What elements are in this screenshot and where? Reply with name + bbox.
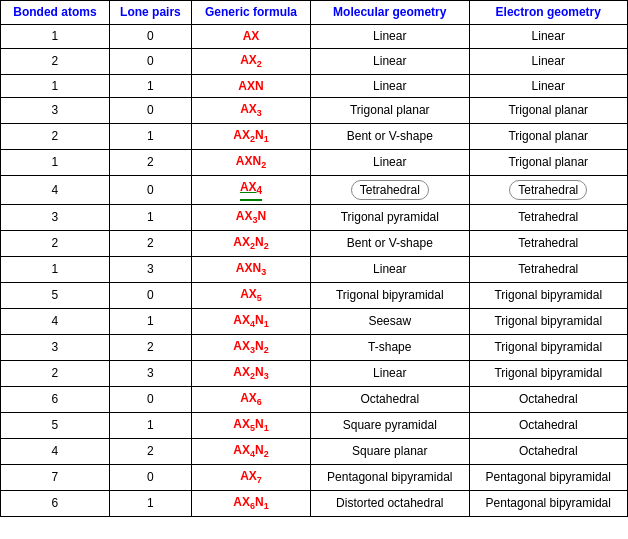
cell-formula: AX7	[191, 464, 310, 490]
header-electron-geometry: Electron geometry	[469, 1, 627, 25]
cell-molecular-geometry: Linear	[311, 256, 469, 282]
header-generic-formula: Generic formula	[191, 1, 310, 25]
cell-formula: AX4N2	[191, 438, 310, 464]
cell-electron-geometry: Linear	[469, 74, 627, 98]
cell-electron-geometry: Tetrahedral	[469, 256, 627, 282]
table-row: 70AX7Pentagonal bipyramidalPentagonal bi…	[1, 464, 628, 490]
cell-electron-geometry: Trigonal planar	[469, 150, 627, 176]
cell-bonded-atoms: 1	[1, 150, 110, 176]
cell-electron-geometry: Octahedral	[469, 438, 627, 464]
table-row: 12AXN2LinearTrigonal planar	[1, 150, 628, 176]
cell-molecular-geometry: Square pyramidal	[311, 412, 469, 438]
table-row: 31AX3NTrigonal pyramidalTetrahedral	[1, 204, 628, 230]
cell-bonded-atoms: 2	[1, 360, 110, 386]
cell-electron-geometry: Pentagonal bipyramidal	[469, 490, 627, 516]
cell-formula: AX2N2	[191, 230, 310, 256]
table-row: 20AX2LinearLinear	[1, 48, 628, 74]
table-row: 60AX6OctahedralOctahedral	[1, 386, 628, 412]
header-lone-pairs: Lone pairs	[109, 1, 191, 25]
cell-bonded-atoms: 6	[1, 490, 110, 516]
cell-molecular-geometry: Linear	[311, 150, 469, 176]
cell-molecular-geometry: Square planar	[311, 438, 469, 464]
cell-formula: AX3	[191, 98, 310, 124]
cell-formula: AX6	[191, 386, 310, 412]
cell-electron-geometry: Trigonal bipyramidal	[469, 334, 627, 360]
cell-formula: AX4N1	[191, 308, 310, 334]
cell-lone-pairs: 0	[109, 24, 191, 48]
cell-formula: AX2	[191, 48, 310, 74]
table-row: 22AX2N2Bent or V-shapeTetrahedral	[1, 230, 628, 256]
cell-bonded-atoms: 4	[1, 438, 110, 464]
cell-formula: AX3N2	[191, 334, 310, 360]
cell-lone-pairs: 1	[109, 74, 191, 98]
cell-bonded-atoms: 3	[1, 98, 110, 124]
cell-bonded-atoms: 2	[1, 48, 110, 74]
table-row: 61AX6N1Distorted octahedralPentagonal bi…	[1, 490, 628, 516]
cell-electron-geometry: Octahedral	[469, 386, 627, 412]
cell-electron-geometry: Linear	[469, 24, 627, 48]
cell-molecular-geometry: Linear	[311, 24, 469, 48]
cell-electron-geometry: Octahedral	[469, 412, 627, 438]
cell-electron-geometry: Trigonal bipyramidal	[469, 360, 627, 386]
cell-formula: AXN3	[191, 256, 310, 282]
cell-molecular-geometry: Trigonal bipyramidal	[311, 282, 469, 308]
table-row: 40AX4TetrahedralTetrahedral	[1, 176, 628, 204]
cell-molecular-geometry: Linear	[311, 74, 469, 98]
table-row: 30AX3Trigonal planarTrigonal planar	[1, 98, 628, 124]
cell-formula: AX3N	[191, 204, 310, 230]
cell-lone-pairs: 1	[109, 308, 191, 334]
cell-electron-geometry: Tetrahedral	[469, 204, 627, 230]
table-row: 51AX5N1Square pyramidalOctahedral	[1, 412, 628, 438]
table-row: 32AX3N2T-shapeTrigonal bipyramidal	[1, 334, 628, 360]
cell-formula: AX	[191, 24, 310, 48]
cell-bonded-atoms: 6	[1, 386, 110, 412]
cell-bonded-atoms: 2	[1, 124, 110, 150]
table-row: 23AX2N3LinearTrigonal bipyramidal	[1, 360, 628, 386]
table-row: 50AX5Trigonal bipyramidalTrigonal bipyra…	[1, 282, 628, 308]
cell-bonded-atoms: 1	[1, 256, 110, 282]
cell-lone-pairs: 1	[109, 204, 191, 230]
cell-lone-pairs: 2	[109, 438, 191, 464]
cell-bonded-atoms: 5	[1, 412, 110, 438]
table-row: 13AXN3LinearTetrahedral	[1, 256, 628, 282]
cell-bonded-atoms: 4	[1, 176, 110, 204]
cell-formula: AX5N1	[191, 412, 310, 438]
cell-bonded-atoms: 1	[1, 74, 110, 98]
cell-lone-pairs: 1	[109, 490, 191, 516]
cell-lone-pairs: 1	[109, 412, 191, 438]
cell-lone-pairs: 0	[109, 176, 191, 204]
cell-molecular-geometry: Linear	[311, 360, 469, 386]
cell-electron-geometry: Tetrahedral	[469, 230, 627, 256]
cell-lone-pairs: 3	[109, 256, 191, 282]
cell-bonded-atoms: 4	[1, 308, 110, 334]
cell-molecular-geometry: Tetrahedral	[311, 176, 469, 204]
cell-electron-geometry: Trigonal planar	[469, 98, 627, 124]
table-row: 42AX4N2Square planarOctahedral	[1, 438, 628, 464]
cell-formula: AX4	[191, 176, 310, 204]
cell-lone-pairs: 2	[109, 150, 191, 176]
cell-lone-pairs: 0	[109, 464, 191, 490]
cell-formula: AX2N3	[191, 360, 310, 386]
header-bonded-atoms: Bonded atoms	[1, 1, 110, 25]
cell-molecular-geometry: Bent or V-shape	[311, 230, 469, 256]
header-molecular-geometry: Molecular geometry	[311, 1, 469, 25]
cell-lone-pairs: 2	[109, 334, 191, 360]
cell-lone-pairs: 0	[109, 386, 191, 412]
cell-formula: AX5	[191, 282, 310, 308]
cell-molecular-geometry: Pentagonal bipyramidal	[311, 464, 469, 490]
cell-formula: AX2N1	[191, 124, 310, 150]
cell-lone-pairs: 0	[109, 98, 191, 124]
table-row: 41AX4N1SeesawTrigonal bipyramidal	[1, 308, 628, 334]
cell-lone-pairs: 2	[109, 230, 191, 256]
cell-bonded-atoms: 2	[1, 230, 110, 256]
vsepr-table: Bonded atoms Lone pairs Generic formula …	[0, 0, 628, 517]
cell-electron-geometry: Tetrahedral	[469, 176, 627, 204]
cell-bonded-atoms: 7	[1, 464, 110, 490]
cell-formula: AXN2	[191, 150, 310, 176]
cell-molecular-geometry: Linear	[311, 48, 469, 74]
cell-formula: AXN	[191, 74, 310, 98]
cell-bonded-atoms: 5	[1, 282, 110, 308]
cell-lone-pairs: 0	[109, 48, 191, 74]
cell-electron-geometry: Trigonal planar	[469, 124, 627, 150]
table-row: 11AXNLinearLinear	[1, 74, 628, 98]
